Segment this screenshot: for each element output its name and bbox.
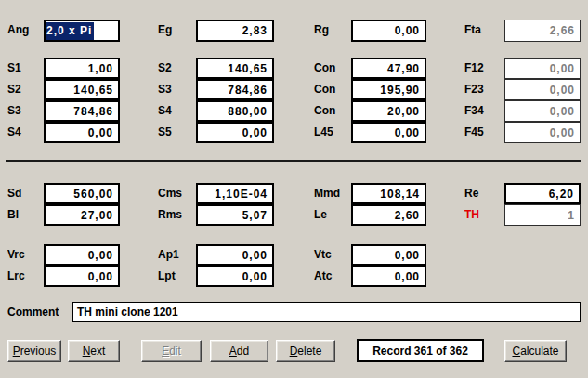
field-ang-selected-text: 2,0 x Pi xyxy=(46,22,94,40)
field-s4b-label: S4 xyxy=(158,100,172,122)
delete-button-label: Delete xyxy=(290,345,322,358)
calculate-button[interactable]: Calculate xyxy=(504,340,567,362)
field-ap1-label: Ap1 xyxy=(158,244,179,266)
field-f23-output: 0,00 xyxy=(504,79,581,100)
field-bl-label: Bl xyxy=(7,204,19,226)
field-con1-label: Con xyxy=(314,58,335,79)
field-cms-input[interactable]: 1,10E-04 xyxy=(196,183,274,204)
field-l45-label: L45 xyxy=(314,122,333,143)
field-lrc-input[interactable]: 0,00 xyxy=(44,266,120,287)
field-s4-input[interactable]: 0,00 xyxy=(44,122,120,143)
field-rg-input[interactable]: 0,00 xyxy=(351,20,426,42)
field-mmd-label: Mmd xyxy=(314,183,340,204)
field-cms-label: Cms xyxy=(158,183,182,204)
delete-button[interactable]: Delete xyxy=(276,340,335,362)
field-vtc-input[interactable]: 0,00 xyxy=(351,244,426,266)
field-lpt-label: Lpt xyxy=(158,266,176,287)
field-lpt-input[interactable]: 0,00 xyxy=(196,266,274,287)
field-s5-input[interactable]: 0,00 xyxy=(196,122,274,143)
field-bl-input[interactable]: 27,00 xyxy=(44,204,120,226)
field-s4-label: S4 xyxy=(7,122,21,143)
field-f12-label: F12 xyxy=(464,58,484,79)
field-s4b-input[interactable]: 880,00 xyxy=(196,100,274,122)
field-rms-input[interactable]: 5,07 xyxy=(196,204,274,226)
comment-label: Comment xyxy=(7,302,59,323)
field-s1-input[interactable]: 1,00 xyxy=(44,58,120,79)
field-ang-label: Ang xyxy=(7,20,29,41)
record-status: Record 361 of 362 xyxy=(357,339,484,362)
field-s1-label: S1 xyxy=(7,58,21,79)
edit-button-label: Edit xyxy=(162,345,181,358)
field-con1-input[interactable]: 47,90 xyxy=(351,58,426,79)
edit-button: Edit xyxy=(141,340,202,362)
field-vrc-input[interactable]: 0,00 xyxy=(44,244,120,266)
previous-button-label: Previous xyxy=(13,345,57,358)
field-s2-input[interactable]: 140,65 xyxy=(44,79,120,100)
field-con2-label: Con xyxy=(314,79,335,100)
previous-button[interactable]: Previous xyxy=(7,340,61,362)
field-atc-input[interactable]: 0,00 xyxy=(351,266,426,287)
field-f34-output: 0,00 xyxy=(504,100,581,122)
field-con2-input[interactable]: 195,90 xyxy=(351,79,426,100)
field-s3b-label: S3 xyxy=(158,79,172,100)
field-sd-input[interactable]: 560,00 xyxy=(44,183,120,204)
field-re-input[interactable]: 6,20 xyxy=(504,183,581,204)
field-mmd-input[interactable]: 108,14 xyxy=(351,183,426,204)
field-ang-input[interactable]: 2,0 x Pi xyxy=(44,20,120,42)
field-s3-label: S3 xyxy=(7,100,21,122)
field-s5-label: S5 xyxy=(158,122,172,143)
next-button-label: Next xyxy=(83,345,106,358)
field-le-label: Le xyxy=(314,204,327,226)
add-button-label: Add xyxy=(229,345,249,358)
field-s3-input[interactable]: 784,86 xyxy=(44,100,120,122)
field-f23-label: F23 xyxy=(464,79,484,100)
field-sd-label: Sd xyxy=(7,183,21,204)
field-th-output: 1 xyxy=(504,204,581,226)
field-con3-label: Con xyxy=(314,100,335,122)
field-rg-label: Rg xyxy=(314,20,329,41)
field-fta-label: Fta xyxy=(464,20,481,41)
field-f45-output: 0,00 xyxy=(504,122,581,143)
field-eg-label: Eg xyxy=(158,20,172,41)
field-vrc-label: Vrc xyxy=(7,244,25,266)
field-s2b-label: S2 xyxy=(158,58,172,79)
field-lrc-label: Lrc xyxy=(7,266,25,287)
comment-input[interactable]: TH mini clone 1201 xyxy=(72,302,581,322)
field-f45-label: F45 xyxy=(464,122,484,143)
section-divider xyxy=(6,160,581,162)
next-button[interactable]: Next xyxy=(68,340,120,362)
add-button[interactable]: Add xyxy=(210,340,268,362)
calculate-button-label: Calculate xyxy=(512,345,558,358)
field-re-label: Re xyxy=(464,183,478,204)
field-con3-input[interactable]: 20,00 xyxy=(351,100,426,122)
field-atc-label: Atc xyxy=(314,266,332,287)
field-fta-output: 2,66 xyxy=(504,20,581,42)
field-f34-label: F34 xyxy=(464,100,484,122)
field-le-input[interactable]: 2,60 xyxy=(351,204,426,226)
field-f12-output: 0,00 xyxy=(504,58,581,79)
field-eg-input[interactable]: 2,83 xyxy=(196,20,274,42)
field-s2-label: S2 xyxy=(7,79,21,100)
field-ap1-input[interactable]: 0,00 xyxy=(196,244,274,266)
field-rms-label: Rms xyxy=(158,204,182,226)
field-th-label: TH xyxy=(464,204,479,226)
field-vtc-label: Vtc xyxy=(314,244,332,266)
field-s3b-input[interactable]: 784,86 xyxy=(196,79,274,100)
field-l45-input[interactable]: 0,00 xyxy=(351,122,426,143)
field-s2b-input[interactable]: 140,65 xyxy=(196,58,274,79)
